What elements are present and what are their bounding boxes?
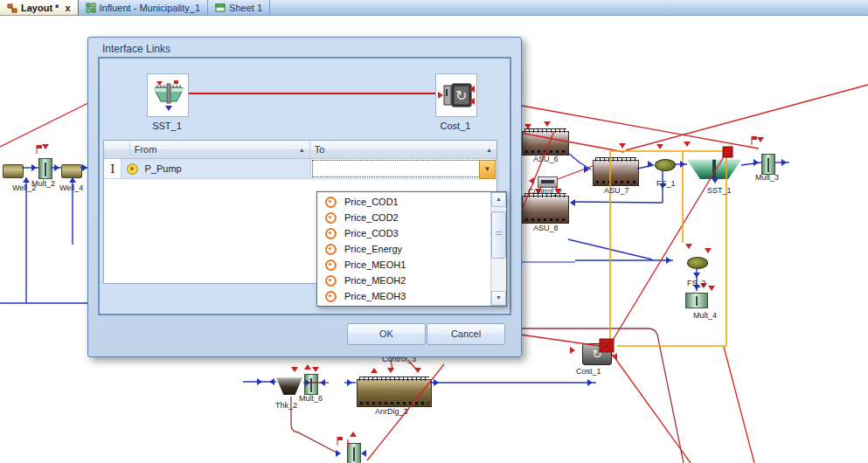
dropdown-list: Price_COD1 Price_COD2 Price_COD3 <box>317 192 490 306</box>
to-cell-editor[interactable]: ▼ <box>311 159 496 178</box>
tab-influent-label: Influent - Municipality_1 <box>100 3 201 13</box>
row-selector-ibeam-icon[interactable]: I <box>104 159 122 178</box>
dropdown-item[interactable]: Price_COD1 <box>317 194 490 210</box>
to-column-header[interactable]: To ▲ <box>310 141 496 158</box>
interface-links-dialog: Interface Links SST_1 ↻ <box>87 37 522 357</box>
dropdown-item-label: Price_COD3 <box>344 228 399 238</box>
orange-port-icon <box>325 212 337 224</box>
tab-influent[interactable]: Influent - Municipality_1 <box>79 0 209 15</box>
sheet-tab-icon <box>215 3 226 12</box>
dialog-title: Interface Links <box>102 43 170 55</box>
dropdown-item-label: Price_COD2 <box>344 212 399 223</box>
node-label: Thk_2 <box>275 401 297 410</box>
dropdown-button[interactable]: ▼ <box>479 160 496 179</box>
dropdown-item-label: Price_MEOH2 <box>344 275 406 286</box>
sst-icon <box>149 75 187 114</box>
cost-icon: ↻ <box>437 75 476 114</box>
scroll-up-button[interactable]: ▲ <box>491 192 506 207</box>
dropdown-item[interactable]: Price_MEOH3 <box>317 288 490 304</box>
dropdown-item[interactable]: Price_COD2 <box>317 210 490 225</box>
dropdown-item-label: Price_COD1 <box>344 197 399 207</box>
selected-port-squares[interactable] <box>600 147 733 352</box>
table-header: From ▲ To ▲ <box>104 141 496 159</box>
orange-port-icon <box>325 275 337 287</box>
tab-sheet1[interactable]: Sheet 1 <box>208 0 270 15</box>
app-window: ↻ Well_2Mult_2Well_4ASU_6Control_2ASU_7A… <box>0 0 868 463</box>
node-label: ASU_8 <box>533 224 559 232</box>
dialog-target-label: Cost_1 <box>425 121 486 131</box>
node-label: FS_2 <box>687 279 706 287</box>
node-label: Mult_2 <box>31 179 55 188</box>
table-row[interactable]: I P_Pump ▼ <box>104 159 496 179</box>
orange-port-icon <box>325 259 337 271</box>
yellow-port-icon <box>127 163 138 175</box>
node-label: FS_1 <box>656 179 676 188</box>
node-label: Mult_4 <box>693 311 717 320</box>
node-label: ASU_7 <box>604 186 629 195</box>
to-dropdown-popup: Price_COD1 Price_COD2 Price_COD3 <box>316 191 507 307</box>
selector-column-header <box>104 141 130 158</box>
orange-port-icon <box>325 244 337 255</box>
from-column-header[interactable]: From ▲ <box>130 141 310 158</box>
tab-layout[interactable]: Layout * x <box>0 0 79 15</box>
node-label: Mult_3 <box>755 173 779 182</box>
dialog-source-label: SST_1 <box>136 121 198 131</box>
dialog-target-node[interactable]: ↻ <box>435 73 477 117</box>
svg-text:↻: ↻ <box>455 88 467 103</box>
node-label: Cost_1 <box>576 367 601 376</box>
dropdown-item[interactable]: Price_MEOH1 <box>317 257 490 273</box>
tab-layout-label: Layout * <box>21 3 59 13</box>
dropdown-item[interactable]: Price_COD3 <box>317 225 490 241</box>
dialog-source-node[interactable] <box>147 73 189 117</box>
dropdown-item-label: Price_MEOH1 <box>344 259 406 270</box>
dropdown-item[interactable]: Price_MEOH2 <box>317 273 490 288</box>
sort-ascending-icon: ▲ <box>486 147 492 153</box>
tab-sheet1-label: Sheet 1 <box>229 3 262 13</box>
influent-tab-icon <box>86 3 96 12</box>
dropdown-item-label: Price_MEOH3 <box>344 291 406 301</box>
ok-button[interactable]: OK <box>347 323 426 345</box>
orange-port-icon <box>325 197 337 208</box>
dropdown-scrollbar: ▲ ▼ <box>490 192 506 306</box>
from-header-label: From <box>135 144 157 155</box>
scrollbar-track[interactable] <box>491 207 506 291</box>
scroll-down-button[interactable]: ▼ <box>491 291 506 306</box>
tab-bar: Layout * x Influent - Municipality_1 She… <box>0 0 868 16</box>
from-value: P_Pump <box>144 163 181 174</box>
dialog-link-line <box>187 93 435 94</box>
node-label: Mult_6 <box>299 394 323 403</box>
dropdown-item-label: Price_Energy <box>344 244 402 254</box>
orange-port-icon <box>325 291 337 302</box>
node-label: SST_1 <box>707 186 732 195</box>
layout-tab-icon <box>7 3 17 12</box>
orange-port-icon <box>325 228 337 239</box>
node-label: ASU_6 <box>533 155 559 163</box>
node-label: Control_2 <box>528 187 562 196</box>
scrollbar-thumb[interactable] <box>491 211 506 259</box>
cancel-button[interactable]: Cancel <box>427 323 505 345</box>
sort-ascending-icon: ▲ <box>299 147 305 153</box>
from-cell[interactable]: P_Pump <box>122 159 310 178</box>
node-label: AnrDig_3 <box>375 407 408 416</box>
node-label: Well_4 <box>59 183 83 192</box>
dropdown-item[interactable]: Price_Energy <box>317 241 490 257</box>
to-header-label: To <box>315 144 325 155</box>
tab-close-icon[interactable]: x <box>65 3 70 13</box>
